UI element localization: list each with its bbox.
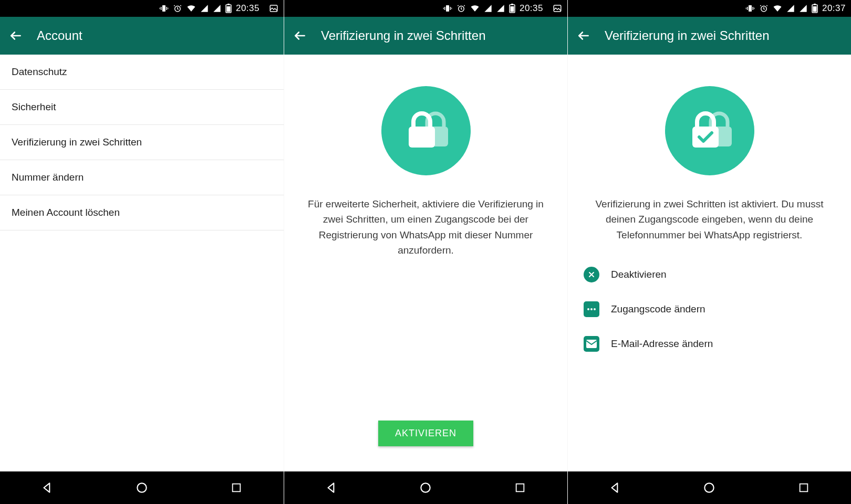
back-button[interactable] bbox=[292, 27, 308, 44]
signal-icon bbox=[786, 4, 795, 13]
nav-back-button[interactable] bbox=[605, 477, 626, 498]
vibrate-icon bbox=[443, 4, 452, 13]
settings-item-change-number[interactable]: Nummer ändern bbox=[0, 160, 284, 195]
back-button[interactable] bbox=[575, 27, 592, 44]
svg-rect-3 bbox=[160, 8, 160, 9]
status-time: 20:35 bbox=[520, 3, 543, 14]
nav-back-button[interactable] bbox=[321, 477, 342, 498]
nav-bar bbox=[568, 471, 851, 504]
phone-two-step-intro: 20:35 Verifizierung in zwei Schritten Fü… bbox=[284, 0, 567, 504]
vibrate-icon bbox=[745, 4, 755, 13]
two-step-options: Deaktivieren Zugangscode ändern E-Mail-A… bbox=[580, 257, 838, 361]
status-bar: 20:35 bbox=[284, 0, 567, 17]
nav-recent-button[interactable] bbox=[510, 477, 531, 498]
svg-rect-42 bbox=[800, 484, 808, 492]
option-label: Zugangscode ändern bbox=[611, 303, 705, 315]
option-change-code[interactable]: Zugangscode ändern bbox=[580, 292, 838, 327]
svg-rect-23 bbox=[409, 127, 435, 148]
settings-item-delete-account[interactable]: Meinen Account löschen bbox=[0, 195, 284, 230]
lock-hero-icon bbox=[381, 86, 471, 175]
status-bar: 20:35 bbox=[0, 0, 284, 17]
nav-back-button[interactable] bbox=[37, 477, 58, 498]
mail-icon bbox=[584, 336, 599, 352]
settings-item-security[interactable]: Sicherheit bbox=[0, 90, 284, 125]
svg-rect-26 bbox=[749, 5, 752, 12]
back-button[interactable] bbox=[7, 27, 24, 44]
battery-icon bbox=[225, 4, 232, 13]
app-bar: Verifizierung in zwei Schritten bbox=[568, 17, 851, 55]
app-bar: Account bbox=[0, 17, 284, 55]
nav-home-button[interactable] bbox=[131, 477, 152, 498]
svg-rect-25 bbox=[516, 484, 524, 492]
close-circle-icon bbox=[584, 267, 599, 282]
status-bar: 20:37 bbox=[568, 0, 851, 17]
signal-icon bbox=[484, 4, 492, 13]
signal-icon bbox=[200, 4, 209, 13]
lock-check-hero-icon bbox=[665, 86, 754, 175]
app-bar-title: Verifizierung in zwei Schritten bbox=[321, 28, 485, 43]
nav-home-button[interactable] bbox=[415, 477, 436, 498]
image-icon bbox=[553, 4, 562, 13]
option-deactivate[interactable]: Deaktivieren bbox=[580, 257, 838, 292]
signal-icon-2 bbox=[213, 4, 221, 13]
two-step-intro-content: Für erweiterte Sicherheit, aktiviere die… bbox=[284, 55, 567, 471]
nav-recent-button[interactable] bbox=[793, 477, 814, 498]
svg-rect-19 bbox=[511, 4, 513, 5]
svg-rect-33 bbox=[814, 4, 816, 5]
two-step-enabled-content: Verifizierung in zwei Schritten ist akti… bbox=[568, 55, 851, 471]
settings-item-two-step[interactable]: Verifizierung in zwei Schritten bbox=[0, 125, 284, 160]
svg-rect-8 bbox=[226, 6, 230, 12]
nav-recent-button[interactable] bbox=[226, 477, 247, 498]
svg-rect-29 bbox=[746, 8, 746, 9]
two-step-enabled-description: Verifizierung in zwei Schritten ist akti… bbox=[580, 196, 838, 243]
svg-rect-16 bbox=[451, 8, 452, 9]
phone-two-step-enabled: 20:37 Verifizierung in zwei Schritten Ve… bbox=[567, 0, 851, 504]
svg-rect-13 bbox=[444, 7, 445, 10]
vibrate-icon bbox=[159, 4, 169, 13]
svg-rect-28 bbox=[752, 7, 753, 10]
nav-bar bbox=[284, 471, 567, 504]
passcode-icon bbox=[584, 301, 599, 317]
nav-bar bbox=[0, 471, 284, 504]
svg-point-41 bbox=[705, 483, 714, 492]
nav-home-button[interactable] bbox=[699, 477, 720, 498]
phone-account-settings: 20:35 Account Datenschutz Sicherheit Ver… bbox=[0, 0, 284, 504]
svg-rect-30 bbox=[754, 8, 754, 9]
svg-rect-15 bbox=[443, 8, 444, 9]
svg-rect-11 bbox=[233, 484, 241, 492]
svg-point-39 bbox=[594, 308, 596, 310]
svg-rect-4 bbox=[168, 8, 168, 9]
app-bar: Verifizierung in zwei Schritten bbox=[284, 17, 567, 55]
svg-rect-34 bbox=[813, 6, 816, 12]
svg-point-24 bbox=[421, 483, 430, 492]
svg-rect-2 bbox=[166, 7, 167, 10]
battery-icon bbox=[509, 4, 515, 13]
activate-button[interactable]: AKTIVIEREN bbox=[378, 421, 473, 446]
svg-rect-27 bbox=[747, 7, 748, 10]
wifi-icon bbox=[186, 4, 196, 13]
app-bar-title: Account bbox=[37, 28, 82, 43]
settings-item-privacy[interactable]: Datenschutz bbox=[0, 55, 284, 90]
option-change-email[interactable]: E-Mail-Adresse ändern bbox=[580, 327, 838, 361]
svg-rect-14 bbox=[450, 7, 451, 10]
option-label: Deaktivieren bbox=[611, 269, 667, 280]
svg-point-38 bbox=[590, 308, 593, 310]
two-step-description: Für erweiterte Sicherheit, aktiviere die… bbox=[297, 196, 555, 258]
svg-rect-20 bbox=[510, 6, 514, 12]
svg-point-10 bbox=[137, 483, 146, 492]
svg-rect-7 bbox=[227, 4, 230, 5]
wifi-icon bbox=[773, 4, 782, 13]
option-label: E-Mail-Adresse ändern bbox=[611, 338, 713, 350]
signal-icon-2 bbox=[799, 4, 807, 13]
image-icon bbox=[269, 4, 278, 13]
app-bar-title: Verifizierung in zwei Schritten bbox=[605, 28, 769, 43]
svg-rect-12 bbox=[446, 5, 449, 12]
status-time: 20:37 bbox=[822, 3, 846, 14]
alarm-icon bbox=[456, 4, 466, 13]
alarm-icon bbox=[759, 4, 769, 13]
svg-point-37 bbox=[587, 308, 589, 310]
battery-icon bbox=[812, 4, 818, 13]
svg-rect-1 bbox=[161, 7, 162, 10]
status-time: 20:35 bbox=[236, 3, 260, 14]
account-settings-list: Datenschutz Sicherheit Verifizierung in … bbox=[0, 55, 284, 471]
